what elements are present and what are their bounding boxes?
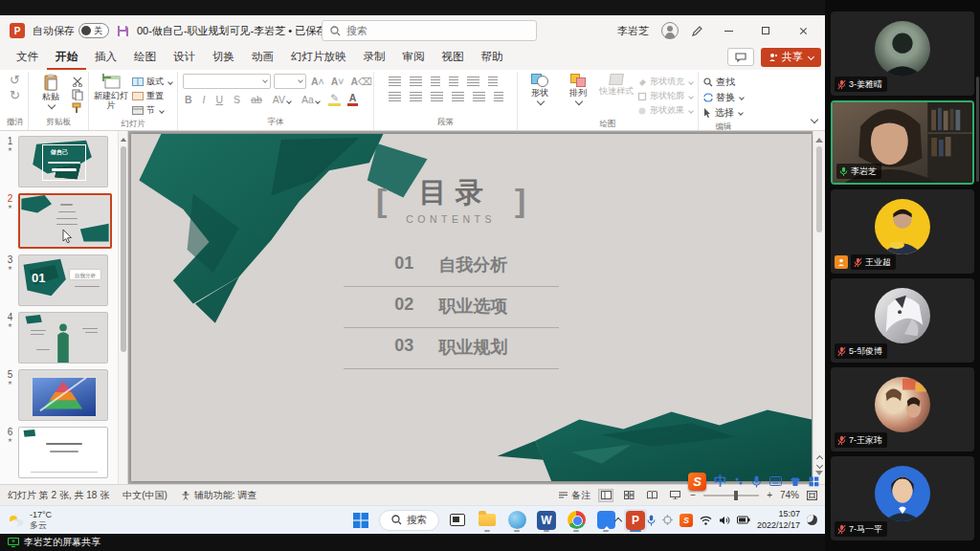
slide-scrollbar[interactable]	[813, 131, 825, 484]
find-button[interactable]: 查找	[703, 76, 735, 89]
cut-icon[interactable]	[72, 77, 83, 87]
tab-insert[interactable]: 插入	[86, 46, 125, 70]
ime-keyboard-icon[interactable]	[769, 476, 782, 486]
search-box[interactable]	[322, 20, 537, 41]
battery-icon[interactable]	[737, 516, 750, 524]
night-mode-icon[interactable]	[807, 515, 817, 525]
weather-widget[interactable]: -17°C 多云	[8, 510, 52, 531]
notes-toggle[interactable]: 备注	[558, 489, 590, 502]
clear-formatting-button[interactable]: A⌫	[348, 76, 373, 87]
minimize-button[interactable]	[716, 21, 741, 40]
meeting-app-button[interactable]	[505, 509, 528, 532]
slideshow-view-button[interactable]	[667, 489, 682, 502]
autosave-toggle[interactable]: 关	[78, 23, 109, 38]
chrome-button[interactable]	[565, 509, 588, 532]
ime-punctuation-icon[interactable]	[734, 476, 744, 486]
volume-icon[interactable]	[719, 516, 730, 525]
sogou-tray-icon[interactable]: S	[679, 514, 693, 527]
replace-button[interactable]: 替换	[703, 91, 744, 104]
maximize-button[interactable]	[753, 21, 778, 40]
tab-transitions[interactable]: 切换	[204, 46, 243, 70]
redo-icon[interactable]: ↻	[10, 89, 20, 101]
tab-file[interactable]: 文件	[8, 46, 47, 70]
ime-toolbox-icon[interactable]	[809, 476, 819, 487]
pen-mode-icon[interactable]	[691, 25, 703, 37]
font-name-combo[interactable]	[183, 74, 271, 89]
tab-draw[interactable]: 绘图	[125, 46, 165, 70]
slide-counter[interactable]: 幻灯片 第 2 张, 共 18 张	[8, 489, 109, 502]
slide-5-thumbnail[interactable]	[18, 369, 108, 421]
justify-icon[interactable]	[452, 92, 464, 101]
slide-sorter-view-button[interactable]	[621, 489, 636, 502]
toc-item-1[interactable]: 01 自我分析	[344, 246, 559, 287]
taskbar-clock[interactable]: 15:07 2022/12/17	[757, 509, 800, 531]
zoom-slider[interactable]	[703, 495, 759, 496]
align-right-icon[interactable]	[431, 92, 443, 101]
tab-home[interactable]: 开始	[47, 46, 86, 70]
slide-2-thumbnail-selected[interactable]	[18, 193, 112, 249]
arrange-button[interactable]: 排列	[561, 74, 595, 104]
save-icon[interactable]	[117, 25, 129, 37]
tab-review[interactable]: 审阅	[394, 46, 434, 70]
layout-button[interactable]: 版式	[132, 76, 172, 88]
word-button[interactable]: W	[535, 509, 558, 532]
sogou-logo-icon[interactable]: S	[688, 473, 706, 491]
smartart-convert-icon[interactable]	[494, 92, 503, 101]
autosave-control[interactable]: 自动保存 关	[33, 23, 109, 38]
font-color-button[interactable]: A	[347, 92, 359, 106]
participant-tile-speaking[interactable]: 李岩芝	[831, 100, 974, 185]
slide-canvas[interactable]: [ 目录 CONTENTS ] 01 自我分析 02	[128, 131, 825, 484]
paste-button[interactable]: 粘贴	[33, 74, 68, 108]
search-input[interactable]	[346, 25, 490, 36]
grow-font-button[interactable]: A˄	[309, 76, 326, 87]
sidebar-scrollbar[interactable]	[976, 77, 979, 182]
highlight-color-button[interactable]: ✎	[328, 92, 341, 106]
reading-view-button[interactable]	[644, 489, 659, 502]
powerpoint-taskbar-button[interactable]: P	[624, 509, 647, 532]
participant-tile[interactable]: 7-王家玮	[831, 367, 974, 452]
new-slide-button[interactable]: 新建幻灯片	[94, 74, 128, 111]
shape-fill-button[interactable]: 形状填充	[637, 76, 693, 88]
file-explorer-button[interactable]	[476, 509, 499, 532]
tab-record[interactable]: 录制	[355, 46, 394, 70]
shrink-font-button[interactable]: A˅	[329, 76, 346, 87]
strikethrough-button[interactable]: ab	[249, 94, 264, 105]
increase-indent-icon[interactable]	[449, 77, 458, 86]
wifi-icon[interactable]	[700, 516, 712, 525]
participant-tile[interactable]: 7-马一平	[831, 456, 974, 540]
normal-view-button[interactable]	[598, 489, 613, 502]
bold-button[interactable]: B	[183, 94, 194, 105]
ime-mic-icon[interactable]	[751, 475, 762, 488]
task-view-button[interactable]	[446, 509, 469, 532]
shape-effects-button[interactable]: 形状效果	[637, 104, 693, 117]
thumbnail-scrollbar[interactable]	[118, 131, 127, 484]
start-button[interactable]	[349, 509, 372, 532]
text-direction-icon[interactable]	[488, 77, 498, 86]
shape-outline-button[interactable]: 形状轮廓	[637, 90, 693, 102]
reset-button[interactable]: 重置	[132, 90, 172, 102]
participant-tile[interactable]: 5-邹俊博	[831, 278, 974, 363]
tab-view[interactable]: 视图	[434, 46, 473, 70]
account-name[interactable]: 李岩芝	[617, 24, 649, 38]
toc-text-block[interactable]: [ 目录 CONTENTS ] 01 自我分析 02	[326, 174, 575, 369]
underline-button[interactable]: U	[214, 94, 226, 105]
select-button[interactable]: 选择	[703, 106, 743, 120]
ime-skin-icon[interactable]	[790, 476, 801, 487]
ime-chinese-mode[interactable]: 中	[714, 473, 726, 490]
scrollbar-thumb[interactable]	[816, 146, 822, 232]
bullets-icon[interactable]	[389, 77, 401, 86]
scrollbar-thumb[interactable]	[121, 146, 126, 352]
language-status[interactable]: 中文(中国)	[122, 489, 167, 502]
participant-tile[interactable]: 3-姜雅晴	[831, 11, 974, 96]
italic-button[interactable]: I	[201, 94, 208, 105]
character-spacing-button[interactable]: AV	[271, 94, 293, 105]
font-size-combo[interactable]	[274, 74, 306, 89]
tab-design[interactable]: 设计	[165, 46, 204, 70]
scroll-up-arrow[interactable]	[120, 135, 125, 142]
numbering-icon[interactable]	[410, 77, 422, 86]
slide-4-thumbnail[interactable]	[18, 312, 108, 364]
close-button[interactable]	[791, 21, 815, 40]
comments-button[interactable]	[727, 48, 754, 66]
align-left-icon[interactable]	[389, 92, 401, 101]
slide-3-thumbnail[interactable]: 01 自我分析	[18, 254, 108, 306]
